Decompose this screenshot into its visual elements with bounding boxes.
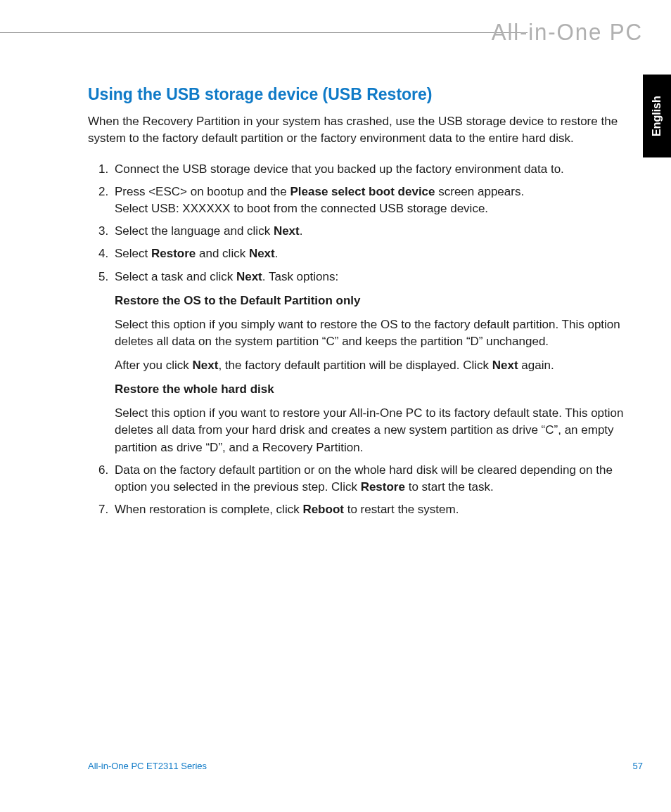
language-tab: English <box>643 75 671 157</box>
step-5: Select a task and click Next. Task optio… <box>112 266 643 459</box>
step-2-line-2: Select USB: XXXXXX to boot from the conn… <box>115 200 643 217</box>
step-1: Connect the USB storage device that you … <box>112 158 643 181</box>
step-4-text-b: . <box>275 247 279 260</box>
page-footer: All-in-One PC ET2311 Series 57 <box>88 761 643 771</box>
step-3-text-a: Select the language and click <box>115 224 274 238</box>
step-3: Select the language and click Next. <box>112 220 643 243</box>
step-5-sub-1-p2-mid: , the factory default partition will be … <box>218 359 492 372</box>
step-5-sub-1-title: Restore the OS to the Default Partition … <box>115 292 643 309</box>
step-5-sub-1-p2-a: After you click <box>115 359 193 372</box>
step-5-sub-2-title: Restore the whole hard disk <box>115 381 643 398</box>
step-6-bold: Restore <box>361 480 405 494</box>
step-5-sub-1-p2: After you click Next, the factory defaul… <box>115 357 643 374</box>
step-5-sub-1-p2-b: again. <box>518 359 554 372</box>
step-1-text: Connect the USB storage device that you … <box>115 162 564 176</box>
step-2-bold: Please select boot device <box>290 185 435 198</box>
step-4-bold-1: Restore <box>151 247 196 260</box>
step-6: Data on the factory default partition or… <box>112 459 643 498</box>
step-2-text-a: Press <ESC> on bootup and the <box>115 185 290 198</box>
step-5-sub-2-p1: Select this option if you want to restor… <box>115 405 643 456</box>
step-4-bold-2: Next <box>249 247 275 260</box>
step-5-bold: Next <box>236 270 262 283</box>
step-7-bold: Reboot <box>302 503 344 516</box>
step-7: When restoration is complete, click Rebo… <box>112 498 643 521</box>
step-5-sub-1-p2-bold-2: Next <box>492 359 518 372</box>
step-4: Select Restore and click Next. <box>112 243 643 265</box>
step-3-text-b: . <box>300 224 303 238</box>
step-7-text-a: When restoration is complete, click <box>115 503 302 516</box>
main-content: Using the USB storage device (USB Restor… <box>88 83 643 521</box>
brand-header: All-in-One PC <box>492 18 643 46</box>
step-7-text-b: to restart the system. <box>344 503 459 516</box>
section-title: Using the USB storage device (USB Restor… <box>88 83 643 106</box>
step-5-sub-1-p2-bold-1: Next <box>193 359 219 372</box>
step-3-bold: Next <box>274 224 300 238</box>
step-5-text-b: . Task options: <box>262 270 338 283</box>
step-4-text-a: Select <box>115 247 151 260</box>
step-2-text-b: screen appears. <box>435 185 525 198</box>
step-6-text-b: to start the task. <box>405 480 494 494</box>
step-4-mid: and click <box>196 247 249 260</box>
steps-list: Connect the USB storage device that you … <box>88 158 643 521</box>
step-2: Press <ESC> on bootup and the Please sel… <box>112 181 643 220</box>
step-5-sub-1-p1: Select this option if you simply want to… <box>115 316 643 350</box>
page-root: All-in-One PC English Using the USB stor… <box>0 0 671 812</box>
step-5-text-a: Select a task and click <box>115 270 236 283</box>
footer-page-number: 57 <box>633 761 643 771</box>
footer-product: All-in-One PC ET2311 Series <box>88 761 207 771</box>
top-horizontal-rule <box>0 32 528 33</box>
intro-paragraph: When the Recovery Partition in your syst… <box>88 113 643 147</box>
